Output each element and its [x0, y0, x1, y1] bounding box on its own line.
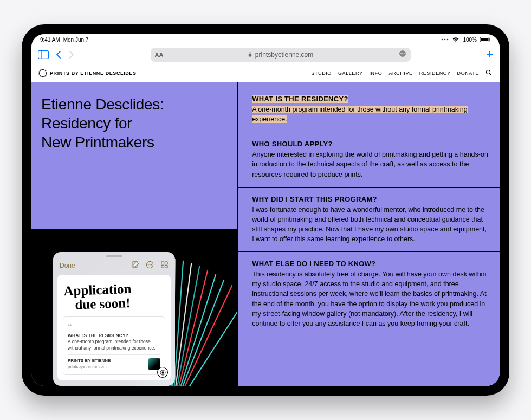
faq-item-why: WHY DID I START THIS PROGRAM? I was fort…: [238, 188, 500, 253]
page-content: Etienne Desclides: Residency for New Pri…: [31, 82, 500, 386]
quote-title: WHAT IS THE RESIDENCY?: [68, 333, 160, 339]
svg-rect-48: [165, 266, 167, 268]
url-text: printsbyetienne.com: [255, 51, 313, 59]
svg-rect-46: [165, 262, 167, 264]
battery-icon: [480, 37, 491, 42]
status-bar: 9:41 AM Mon Jun 7 100%: [31, 34, 500, 45]
nav-studio[interactable]: STUDIO: [311, 70, 332, 76]
drag-grabber-icon[interactable]: [106, 255, 122, 257]
svg-point-10: [400, 53, 402, 54]
svg-rect-6: [38, 50, 49, 59]
svg-point-0: [442, 39, 443, 41]
back-button-icon[interactable]: [55, 50, 62, 59]
ipad-screen: 9:41 AM Mon Jun 7 100%: [31, 34, 500, 386]
svg-rect-8: [249, 54, 251, 57]
quote-icon: ❝: [68, 321, 160, 332]
page-right-column[interactable]: WHAT IS THE RESIDENCY? A one-month progr…: [237, 82, 500, 386]
nav-archive[interactable]: ARCHIVE: [388, 70, 412, 76]
source-url: printsbyetienne.com: [68, 364, 111, 370]
wifi-icon: [452, 37, 459, 42]
svg-point-42: [148, 264, 149, 266]
svg-rect-45: [161, 262, 164, 264]
brand-name: PRINTS BY ETIENNE DESCLIDES: [50, 70, 137, 76]
page-menu-icon[interactable]: [399, 50, 406, 59]
nav-donate[interactable]: DONATE: [457, 70, 479, 76]
nav-gallery[interactable]: GALLERY: [338, 70, 363, 76]
svg-point-11: [402, 53, 403, 54]
status-date: Mon Jun 7: [63, 37, 89, 43]
svg-point-12: [404, 53, 405, 54]
quick-note-panel[interactable]: Done Applicati: [53, 252, 175, 386]
battery-percentage: 100%: [463, 37, 477, 43]
url-bar[interactable]: AA printsbyetienne.com: [151, 48, 411, 62]
nav-residency[interactable]: RESIDENCY: [419, 70, 451, 76]
new-tab-button[interactable]: +: [486, 48, 493, 62]
status-time: 9:41 AM: [40, 37, 60, 43]
lock-icon: [248, 51, 252, 59]
quick-note-toolbar: Done: [53, 259, 175, 275]
safari-toolbar: AA printsbyetienne.com +: [31, 45, 500, 64]
sidebar-toggle-icon[interactable]: [38, 50, 49, 59]
svg-rect-5: [490, 38, 491, 41]
svg-point-13: [487, 70, 490, 74]
svg-point-43: [150, 264, 151, 266]
brand-logo-icon: [39, 69, 47, 77]
more-dots-icon[interactable]: [441, 38, 449, 41]
ipad-frame: 9:41 AM Mon Jun 7 100%: [22, 24, 509, 396]
site-nav: STUDIO GALLERY INFO ARCHIVE RESIDENCY DO…: [311, 69, 492, 77]
reader-aa-button[interactable]: AA: [155, 51, 164, 58]
source-name: PRINTS BY ETIENNE: [68, 358, 111, 364]
done-button[interactable]: Done: [60, 262, 75, 269]
svg-point-2: [447, 39, 449, 41]
svg-rect-47: [161, 266, 164, 268]
more-icon[interactable]: [146, 261, 154, 270]
svg-line-14: [490, 74, 491, 75]
compose-icon[interactable]: [131, 261, 139, 270]
link-preview-card[interactable]: ❝ WHAT IS THE RESIDENCY? A one-month pro…: [63, 316, 165, 375]
search-icon[interactable]: [485, 69, 492, 77]
forward-button-icon: [68, 50, 75, 59]
svg-point-1: [444, 39, 446, 41]
handwritten-note: Application due soon!: [62, 277, 166, 318]
grid-icon[interactable]: [160, 261, 169, 270]
svg-rect-4: [481, 38, 489, 41]
svg-point-44: [151, 264, 152, 266]
faq-item-residency: WHAT IS THE RESIDENCY? A one-month progr…: [238, 82, 500, 132]
quick-note-body[interactable]: Application due soon! ❝ WHAT IS THE RESI…: [57, 275, 171, 380]
faq-item-apply: WHO SHOULD APPLY? Anyone interested in e…: [238, 132, 500, 187]
site-header: PRINTS BY ETIENNE DESCLIDES STUDIO GALLE…: [31, 64, 500, 82]
safari-badge-icon: [157, 367, 168, 378]
nav-info[interactable]: INFO: [370, 70, 383, 76]
page-title: Etienne Desclides: Residency for New Pri…: [41, 95, 228, 152]
quote-body: A one-month program intended for those w…: [68, 339, 160, 351]
faq-item-know: WHAT ELSE DO I NEED TO KNOW? This reside…: [238, 252, 500, 336]
